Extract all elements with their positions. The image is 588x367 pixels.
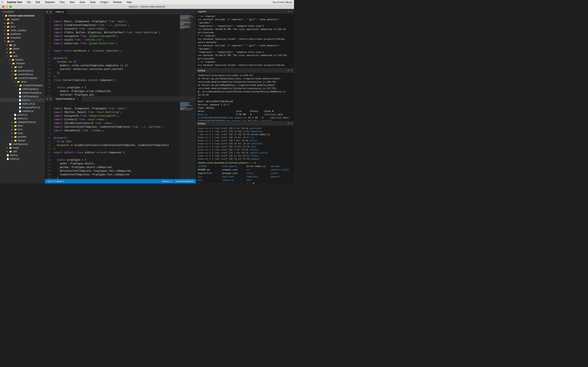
sidebar-item-lib[interactable]: ▶ 📁 lib bbox=[0, 50, 45, 54]
tab-deletetemplate[interactable]: DeleteTemplate.js ✕ bbox=[53, 96, 82, 101]
folder-arrow-icon: ▶ bbox=[11, 140, 13, 142]
sidebar-item-main[interactable]: ▶ 📁 main bbox=[0, 131, 45, 135]
terminal-line: @ ./src/web/modules/contentPieces/views/… bbox=[198, 90, 292, 97]
tab-nav-right[interactable]: ▶ bbox=[49, 9, 53, 15]
sidebar-label: main bbox=[18, 132, 23, 134]
terminal-line: -rwxr-xr-x 1 rudi staff 316 17 Sep 20:49… bbox=[198, 133, 292, 136]
menu-find[interactable]: Find bbox=[59, 1, 65, 4]
settings-icon[interactable]: ⚙ bbox=[287, 69, 289, 72]
menu-tools[interactable]: Tools bbox=[89, 1, 96, 4]
close-icon[interactable]: ✕ bbox=[291, 122, 292, 125]
maximize-button[interactable] bbox=[9, 6, 12, 8]
sidebar-item-modules[interactable]: ▼ 📁 modules bbox=[0, 62, 45, 65]
tab-action-btn[interactable]: ⋯ bbox=[190, 10, 194, 13]
terminal-line: drwxr-xr-x 7 rudi staff 238 5 Oct 10:46 … bbox=[198, 139, 292, 142]
sidebar-item-backendusers[interactable]: ▶ 📁 backendUsers bbox=[0, 69, 45, 73]
folder-arrow-icon: ▼ bbox=[9, 62, 11, 64]
apple-menu[interactable]:  bbox=[2, 0, 3, 4]
terminal-default1-content[interactable]: /babylon/lib/plugins/jsx/index.js:410:21… bbox=[196, 73, 294, 121]
menu-goto[interactable]: Goto bbox=[79, 1, 86, 4]
sidebar-label: history.js bbox=[10, 157, 19, 160]
sidebar-item-historyjs[interactable]: 📄 history.js bbox=[0, 157, 45, 161]
terminal-line: / => /vagrant bbox=[198, 60, 292, 64]
sidebar-item-upload[interactable]: ▶ 📁 upload bbox=[0, 139, 45, 142]
sidebar-item-node-modules[interactable]: ▶ 📁 node_modules bbox=[0, 29, 45, 32]
menu-bar:  Sublime Text File Edit Selection Find … bbox=[0, 0, 294, 4]
tab-close-button[interactable]: ✕ bbox=[76, 98, 79, 100]
app-menu-sublime[interactable]: Sublime Text bbox=[6, 1, 23, 4]
sidebar-item-templateform[interactable]: 📄 TemplateForm.js bbox=[0, 106, 45, 109]
sidebar-item-preview[interactable]: ▶ 📁 preview bbox=[0, 135, 45, 139]
sidebar-item-views[interactable]: ▼ 📁 views bbox=[0, 80, 45, 83]
sidebar-item-contentpieces[interactable]: ▶ 📁 contentPieces bbox=[0, 73, 45, 76]
folder-icon: 📁 bbox=[7, 22, 9, 25]
terminal-default2-content[interactable]: drwxr-xr-x 3 rudi staff 102 6 Oct 08:46 … bbox=[196, 126, 294, 184]
sidebar-item-src[interactable]: ▼ 📁 src bbox=[0, 40, 45, 43]
sidebar-item-actionsjs[interactable]: 📄 actions.js bbox=[0, 113, 45, 117]
sidebar-item-deletetemplate[interactable]: 📄 DeleteTemplate.js bbox=[0, 91, 45, 95]
close-icon[interactable]: ✕ bbox=[291, 69, 292, 72]
menu-file[interactable]: File bbox=[26, 1, 32, 4]
sidebar-item-contenttemplates[interactable]: ▼ 📁 contentTemplates bbox=[0, 76, 45, 80]
sidebar-item-published[interactable]: ▶ 📁 published bbox=[0, 32, 45, 36]
settings-icon[interactable]: ⚙ bbox=[287, 10, 289, 13]
sidebar-item-reducerjs[interactable]: 📄 reducer.js bbox=[0, 117, 45, 120]
sidebar-root-label: thermo-sales-backend bbox=[8, 14, 34, 17]
tab-action-btn[interactable]: ⋯ bbox=[190, 97, 194, 100]
sidebar-item-bin[interactable]: ▶ 📁 bin bbox=[0, 21, 45, 25]
sidebar-item-utils[interactable]: ▶ 📁 utils bbox=[0, 150, 45, 153]
folder-arrow-icon: ▶ bbox=[11, 128, 13, 131]
terminal-line: ==> backend: Rsyncing folder: /Users/rud… bbox=[198, 64, 292, 68]
second-editor-content[interactable]: 12345 678910 1112131415 1617181920 21222… bbox=[45, 102, 196, 179]
sidebar-item-docs[interactable]: ▶ 📁 docs bbox=[0, 25, 45, 29]
tab-nav-right-bottom[interactable]: ▶ bbox=[49, 96, 53, 101]
sidebar-item-auth[interactable]: ▶ 📁 auth bbox=[0, 65, 45, 69]
sidebar-item-rootreducer[interactable]: 📄 rootReducer.js bbox=[0, 142, 45, 146]
code-editor-top[interactable]: 12345 678910 1112131415 1617181920 21222… bbox=[45, 15, 196, 96]
sidebar-item-addtemplate[interactable]: 📄 AddTemplate.js bbox=[0, 87, 45, 91]
folder-icon: 📁 bbox=[7, 29, 9, 32]
sidebar-item-flash[interactable]: ▶ 📁 flash bbox=[0, 124, 45, 128]
sidebar-label: .vagrant bbox=[10, 18, 19, 21]
sidebar-item-indexjs[interactable]: 📄 index.js bbox=[0, 98, 45, 102]
sidebar-item-helpers[interactable]: ▶ 📁 helpers bbox=[0, 58, 45, 62]
terminal-line: drwxr-xr-x 7 rudi staff 238 19 Oct 22:40… bbox=[198, 157, 292, 160]
terminal-line: drwxr-xr-x 6 rudi staff 204 19 Oct 22:38… bbox=[198, 145, 292, 148]
tab-indexjs-top[interactable]: index.js bbox=[53, 9, 67, 15]
menu-project[interactable]: Project bbox=[100, 1, 109, 4]
sidebar-item-contenttemplates-sub[interactable]: ▼ 📂 ContentTemplates bbox=[0, 83, 45, 87]
sidebar-label: flash bbox=[18, 124, 23, 127]
sidebar-root-folder[interactable]: ▼ 📁 thermo-sales-backend bbox=[0, 14, 45, 17]
menu-view[interactable]: View bbox=[69, 1, 76, 4]
close-button[interactable] bbox=[2, 6, 4, 8]
window-title: index.js — thermo-sales-backend bbox=[129, 5, 165, 8]
file-icon: 📄 bbox=[7, 154, 9, 156]
menu-window[interactable]: Window bbox=[112, 1, 123, 4]
sidebar-item-global[interactable]: ▶ 📁 global bbox=[0, 47, 45, 50]
close-icon[interactable]: ✕ bbox=[291, 10, 292, 13]
code-content-top[interactable]: import React, {Component, PropTypes} fro… bbox=[52, 15, 180, 96]
sidebar-item-sequelize[interactable]: ▶ 📁 sequelize bbox=[0, 36, 45, 40]
sidebar-item-editabletextarea[interactable]: ▶ 📁 editableTextarea bbox=[0, 120, 45, 124]
sidebar-item-redux[interactable]: ▶ 📁 redux bbox=[0, 146, 45, 150]
sidebar-item-edittemplate[interactable]: 📄 EditTemplate.js bbox=[0, 95, 45, 98]
sidebar-item-clientjs[interactable]: 📄 client.js bbox=[0, 153, 45, 157]
settings-icon[interactable]: ⚙ bbox=[287, 122, 289, 125]
traffic-lights[interactable] bbox=[2, 6, 12, 8]
sidebar-item-api[interactable]: ▶ 📁 api bbox=[0, 43, 45, 47]
menu-selection[interactable]: Selection bbox=[44, 1, 56, 4]
sidebar-label: preview bbox=[18, 135, 26, 138]
code-content-bottom[interactable]: import React, {Component, PropTypes} fro… bbox=[52, 102, 180, 179]
panel-default1-actions: ⚙ ✕ bbox=[287, 69, 292, 72]
minimize-button[interactable] bbox=[6, 6, 8, 8]
sidebar-item-vagrant[interactable]: ▶ 📁 .vagrant bbox=[0, 17, 45, 21]
menu-edit[interactable]: Edit bbox=[35, 1, 41, 4]
sidebar-item-form[interactable]: ▶ 📁 form bbox=[0, 128, 45, 131]
tab-nav-left[interactable]: ◀ bbox=[45, 9, 49, 15]
sidebar-item-stylescssjs[interactable]: 📄 styles.css.js bbox=[0, 102, 45, 106]
menu-help[interactable]: Help bbox=[126, 1, 132, 4]
tab-nav-left-bottom[interactable]: ◀ bbox=[45, 96, 49, 101]
sidebar-item-validatorjs[interactable]: 📄 validator.js bbox=[0, 109, 45, 113]
sidebar-item-web[interactable]: ▼ 📁 web bbox=[0, 54, 45, 58]
terminal-vagrant-content[interactable]: / => /vagrant ==> backend: Exclude: [".v… bbox=[196, 14, 294, 68]
